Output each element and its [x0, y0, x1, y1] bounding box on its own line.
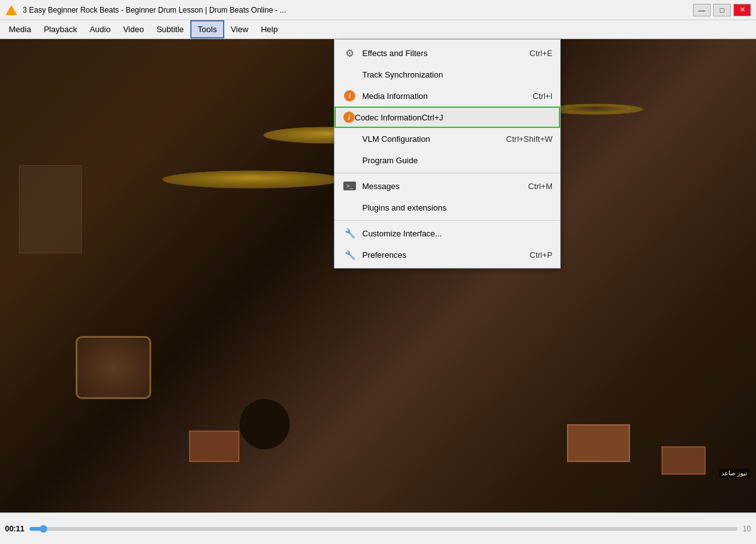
vlm-label: VLM Configuration — [362, 134, 493, 144]
media-info-label: Media Information — [362, 91, 520, 101]
wall-decoration — [19, 165, 82, 253]
window-controls: — □ ✕ — [693, 4, 751, 16]
wrench-icon-customize: 🔧 — [345, 228, 355, 238]
customize-icon: 🔧 — [342, 226, 357, 241]
time-remaining: 10 — [743, 524, 751, 533]
tools-menu: ⚙ Effects and Filters Ctrl+E Track Synch… — [334, 39, 561, 269]
separator-2 — [335, 220, 560, 221]
codec-info-label: Codec Information — [355, 113, 421, 122]
effects-icon: ⚙ — [342, 45, 357, 61]
track-sync-label: Track Synchronization — [362, 70, 540, 79]
menu-video[interactable]: Video — [117, 20, 150, 38]
media-info-icon: i — [342, 88, 357, 103]
media-info-shortcut: Ctrl+I — [533, 91, 553, 101]
preferences-shortcut: Ctrl+P — [530, 250, 553, 260]
customize-label: Customize Interface... — [362, 229, 540, 238]
codec-info-icon: i — [343, 112, 355, 123]
watermark: نیوز صاعد — [719, 468, 750, 478]
effects-label: Effects and Filters — [362, 49, 517, 58]
menu-item-effects[interactable]: ⚙ Effects and Filters Ctrl+E — [335, 42, 560, 64]
effects-shortcut: Ctrl+E — [530, 49, 553, 58]
vlm-icon — [342, 131, 357, 146]
menu-item-codec-info[interactable]: i Codec Information Ctrl+J — [335, 107, 560, 128]
menu-item-vlm[interactable]: VLM Configuration Ctrl+Shift+W — [335, 128, 560, 149]
codec-info-circle-icon: i — [343, 112, 355, 123]
separator-1 — [335, 173, 560, 173]
menu-item-track-sync[interactable]: Track Synchronization — [335, 64, 560, 85]
menu-help[interactable]: Help — [255, 20, 284, 38]
time-row: 00:11 10 — [5, 524, 751, 533]
wrench-icon-preferences: 🔧 — [345, 250, 355, 260]
menu-item-program-guide[interactable]: Program Guide — [335, 149, 560, 171]
progress-thumb — [40, 525, 47, 533]
menu-item-preferences[interactable]: 🔧 Preferences Ctrl+P — [335, 244, 560, 265]
plugins-label: Plugins and extensions — [362, 203, 540, 212]
time-elapsed: 00:11 — [5, 524, 25, 533]
person-silhouette — [239, 399, 290, 449]
close-button[interactable]: ✕ — [733, 4, 751, 16]
info-circle-icon: i — [344, 90, 355, 101]
floor-drum — [76, 336, 151, 399]
floor-box-3 — [662, 446, 706, 475]
codec-info-shortcut: Ctrl+J — [421, 113, 443, 122]
menu-item-messages[interactable]: >_ Messages Ctrl+M — [335, 175, 560, 197]
title-bar: 3 Easy Beginner Rock Beats - Beginner Dr… — [0, 0, 756, 20]
menu-item-customize[interactable]: 🔧 Customize Interface... — [335, 223, 560, 244]
floor-box-2 — [567, 424, 630, 462]
menu-audio[interactable]: Audio — [83, 20, 117, 38]
window-title: 3 Easy Beginner Rock Beats - Beginner Dr… — [23, 6, 693, 14]
program-guide-icon — [342, 153, 357, 168]
plugins-icon — [342, 200, 357, 215]
menu-tools[interactable]: Tools — [190, 20, 224, 38]
tools-dropdown: ⚙ Effects and Filters Ctrl+E Track Synch… — [334, 39, 561, 269]
minimize-button[interactable]: — — [693, 4, 711, 16]
menu-subtitle[interactable]: Subtitle — [150, 20, 190, 38]
messages-shortcut: Ctrl+M — [528, 182, 553, 191]
maximize-button[interactable]: □ — [713, 4, 731, 16]
menu-item-plugins[interactable]: Plugins and extensions — [335, 197, 560, 218]
menu-media[interactable]: Media — [3, 20, 37, 38]
vlm-shortcut: Ctrl+Shift+W — [506, 134, 553, 144]
preferences-label: Preferences — [362, 250, 517, 260]
cymbal-large — [144, 170, 361, 188]
progress-bar[interactable] — [30, 527, 738, 531]
terminal-icon: >_ — [343, 182, 356, 190]
program-guide-label: Program Guide — [362, 156, 540, 165]
menu-view[interactable]: View — [224, 20, 255, 38]
track-sync-icon — [342, 67, 357, 82]
menu-item-media-info[interactable]: i Media Information Ctrl+I — [335, 85, 560, 107]
floor-box-1 — [189, 431, 239, 462]
bottom-bar: 00:11 10 — [0, 512, 756, 544]
menu-bar: Media Playback Audio Video Subtitle Tool… — [0, 20, 756, 39]
vlc-icon — [5, 4, 18, 16]
menu-playback[interactable]: Playback — [37, 20, 83, 38]
preferences-icon: 🔧 — [342, 247, 357, 262]
messages-icon: >_ — [342, 178, 357, 194]
messages-label: Messages — [362, 182, 515, 191]
